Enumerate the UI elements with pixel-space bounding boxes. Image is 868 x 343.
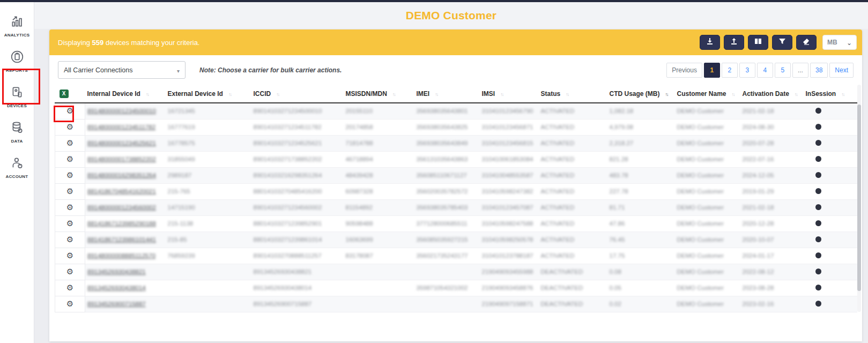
external-device-id: 76859239 [168,252,195,259]
sidebar-item-label: REPORTS [6,68,28,73]
row-actions-button[interactable] [55,183,85,199]
sort-icon[interactable] [146,90,149,98]
internal-device-id-link[interactable]: 89148000001738852202 [87,156,156,162]
ctd-usage: 0.05 [610,285,621,291]
internal-device-id-link[interactable]: 89134526900715887 [87,301,146,307]
status-badge: ACTIVATED [541,252,575,259]
row-actions-button[interactable] [55,199,85,215]
table-row: 89148000001234525621 16778575 8901410327… [55,135,857,151]
internal-device-id-link[interactable]: 89148000008885112570 [87,252,155,259]
unit-select[interactable]: MB [822,35,857,50]
columns-button[interactable] [748,35,768,50]
internal-device-id-link[interactable]: 89148000016298351264 [87,172,156,178]
column-header[interactable]: MSISDN/MDN [344,85,414,103]
column-header[interactable]: External Device Id [166,85,251,103]
column-header[interactable]: CTD Usage (MB) [607,85,675,103]
table-row: 89148000001234511782 16777619 8901410327… [55,119,857,135]
column-header[interactable]: Internal Device Id [85,85,166,103]
sidebar-item-analytics[interactable]: ANALYTICS [1,9,33,43]
column-header[interactable]: ICCID [251,85,344,103]
upload-button[interactable] [724,35,744,50]
column-header[interactable]: InSession [804,85,857,103]
row-actions-button[interactable] [55,264,85,280]
download-button[interactable] [700,35,720,50]
pagination-button[interactable]: 2 [722,63,738,78]
clear-filters-button[interactable] [796,35,817,50]
sort-icon[interactable] [732,90,735,98]
sort-icon[interactable] [795,90,797,98]
table-scrollbar[interactable] [857,105,861,291]
insession-indicator [815,108,821,114]
internal-device-id-link[interactable]: 88141867048541620021 [87,188,156,195]
ctd-usage: 4,979.08 [610,124,634,130]
filter-button[interactable] [772,35,792,50]
internal-device-id-link[interactable]: 89148000001234500010 [87,108,156,114]
activation-date: 2020-07-28 [743,140,774,146]
sort-icon[interactable] [276,90,279,98]
carrier-select[interactable]: All Carrier Connections [58,61,186,79]
pagination-button[interactable]: 3 [739,63,755,78]
sort-icon[interactable] [665,90,668,98]
column-header[interactable]: Status [539,85,607,103]
gear-icon [66,221,73,227]
table-toolbar: All Carrier Connections Note: Choose a c… [49,55,862,85]
sort-icon[interactable] [228,90,231,98]
pagination-button[interactable]: Previous [666,63,702,78]
sidebar-item-account[interactable]: ACCOUNT [1,150,33,184]
pagination-button[interactable]: ... [792,63,808,78]
customer-name: DEMO Customer [677,188,724,195]
table-row: 89134526900715887 89134526900715887 2190… [55,296,857,312]
sort-icon[interactable] [841,90,844,98]
column-header[interactable]: Activation Date [740,85,804,103]
insession-indicator [815,252,821,258]
row-actions-button[interactable] [55,103,85,119]
iccid: 89134526930438821 [254,269,312,275]
internal-device-id-link[interactable]: 89148000001234525621 [87,140,156,146]
pagination-button[interactable]: 1 [704,63,720,78]
row-actions-button[interactable] [55,167,85,183]
row-actions-button[interactable] [55,119,85,135]
pagination-button[interactable]: 4 [757,63,773,78]
sidebar-item-data[interactable]: DATA [1,115,33,149]
sort-icon[interactable] [566,90,568,98]
sort-icon[interactable] [392,90,395,98]
row-actions-button[interactable] [55,232,85,248]
internal-device-id-link[interactable]: 88141867123986101441 [87,236,156,243]
internal-device-id-link[interactable]: 89148000001234560002 [87,204,156,211]
iccid: 89014103271738852202 [254,156,322,162]
imsi: 219049097158871 [482,301,533,307]
sidebar-item-devices[interactable]: DEVICES [1,79,33,114]
sidebar-item-reports[interactable]: REPORTS [1,44,33,78]
column-header[interactable]: Customer Name [675,85,740,103]
sort-icon[interactable] [435,90,437,98]
msisdn: 83178087 [346,252,373,259]
pagination-button[interactable]: 5 [775,63,791,78]
page-header: DEMO Customer [34,2,868,29]
ctd-usage: 76.45 [610,236,625,243]
gear-icon [66,156,73,163]
gear-icon [66,237,73,243]
internal-device-id-link[interactable]: 89148000001234511782 [87,124,155,130]
column-header[interactable]: IMSI [480,85,539,103]
row-actions-button[interactable] [55,135,85,151]
excel-export-icon[interactable] [60,90,69,98]
row-actions-button[interactable] [55,296,85,312]
pagination-button[interactable]: 38 [810,63,828,78]
column-header[interactable]: IMEI [414,85,480,103]
row-actions-button[interactable] [55,151,85,167]
pagination-button[interactable]: Next [829,63,854,78]
iccid: 88014103271239852901 [254,220,322,227]
internal-device-id-link[interactable]: 89134526930438014 [87,285,146,291]
internal-device-id-link[interactable]: 89134526930438821 [87,269,146,275]
iccid: 88014103270485416200 [254,188,322,195]
imsi: 219049093455988 [482,269,533,275]
row-actions-button[interactable] [55,215,85,232]
ctd-usage: 0.08 [610,269,621,275]
status-badge: DEACTIVATED [541,301,583,307]
sort-icon[interactable] [500,90,503,98]
row-actions-button[interactable] [55,248,85,264]
imsi: 310410123788187 [482,252,533,259]
iccid: 89134526900715887 [254,301,312,307]
row-actions-button[interactable] [55,280,85,296]
internal-device-id-link[interactable]: 88141867123985290188 [87,220,156,227]
